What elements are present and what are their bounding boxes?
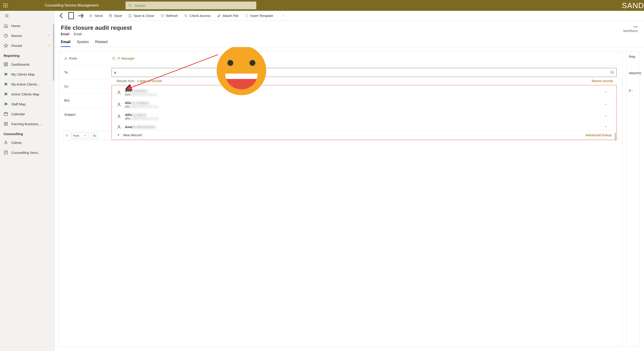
tab-email[interactable]: Email (61, 40, 70, 47)
check-access-button[interactable]: Check Access (181, 11, 214, 21)
svg-point-16 (5, 141, 7, 143)
to-lookup-input[interactable]: Results from: 2 types of records Recent … (112, 68, 617, 77)
svg-rect-7 (6, 63, 8, 64)
chevron-down-icon (48, 34, 51, 38)
app-launcher-icon[interactable] (0, 0, 11, 11)
nav-farming-business[interactable]: Farming Business ... (0, 119, 54, 129)
nav-calendar[interactable]: Calendar (0, 109, 54, 119)
form-selector[interactable]: Email (74, 32, 85, 36)
new-record-button[interactable]: New Record (117, 133, 142, 137)
nav-label: Home (11, 24, 20, 28)
format-painter-icon[interactable] (65, 134, 69, 138)
chevron-down-icon[interactable] (604, 125, 608, 129)
nav-label: Dashboards (11, 63, 30, 66)
nav-pinned[interactable]: Pinned (0, 41, 54, 51)
global-search-input[interactable] (134, 4, 254, 8)
sidebar-scrollbar[interactable] (53, 24, 54, 81)
svg-rect-25 (245, 15, 248, 17)
chevron-down-icon[interactable] (604, 102, 608, 107)
save-button[interactable]: Save (106, 11, 125, 21)
field-label-text: From (69, 56, 77, 60)
svg-rect-14 (4, 122, 7, 125)
insert-template-button[interactable]: Insert Template (242, 11, 276, 21)
nav-staff-map[interactable]: Staff Map (0, 99, 54, 109)
nav-label: Counselling Servi... (11, 151, 40, 155)
nav-home[interactable]: Home (0, 21, 54, 31)
back-button[interactable] (56, 11, 66, 21)
record-types-link[interactable]: 2 types of records (137, 79, 162, 83)
nav-my-active-clients-map[interactable]: My Active Clients ... (0, 79, 54, 89)
nav-active-clients-map[interactable]: Active Clients Map (0, 89, 54, 99)
command-overflow-button[interactable] (278, 11, 288, 21)
nav-label: My Active Clients ... (11, 82, 41, 86)
nav-group-counselling: Counselling (0, 129, 54, 138)
lookup-result[interactable]: Allison Davis allison@rfcsnsw.com.au (112, 111, 616, 123)
nav-clients[interactable]: Clients (0, 138, 54, 148)
svg-rect-27 (65, 58, 67, 59)
record-title: File closure audit request (61, 24, 132, 31)
font-family-dropdown[interactable]: Font (71, 132, 89, 139)
svg-line-30 (613, 73, 614, 74)
side-panel: Reg Attachm 0 - (626, 51, 640, 347)
status-label: Sent/Rece (623, 29, 638, 33)
from-value-chip[interactable]: IT Manager (112, 56, 134, 61)
field-label-text: To (64, 70, 68, 74)
nav-counselling-service[interactable]: Counselling Servi... (0, 148, 54, 157)
svg-rect-9 (4, 65, 6, 66)
nav-group-reporting: Reporting (0, 51, 54, 59)
nav-label: Recent (11, 34, 22, 38)
advanced-lookup-link[interactable]: Advanced lookup (586, 133, 612, 137)
command-bar: Send Save Save & Close Refresh Check Acc… (54, 11, 644, 21)
status-value: --- (623, 24, 638, 29)
regarding-section[interactable]: Reg (629, 55, 638, 59)
font-size-dropdown[interactable]: Si (91, 132, 98, 139)
refresh-button[interactable]: Refresh (157, 11, 181, 21)
attachments-count: 0 - (629, 88, 638, 92)
svg-rect-20 (69, 13, 74, 19)
attachments-section[interactable]: Attachm (629, 71, 638, 75)
field-label-text: Cc (64, 84, 68, 88)
svg-rect-10 (4, 113, 8, 116)
svg-point-33 (118, 115, 120, 116)
lookup-result[interactable]: Amelia Richardson (112, 123, 616, 130)
sidebar-collapse-button[interactable] (0, 11, 54, 21)
svg-point-0 (129, 4, 131, 6)
tab-system[interactable]: System (77, 40, 89, 47)
field-label-text: Bcc (64, 98, 70, 102)
chevron-down-icon (48, 44, 51, 48)
lookup-result[interactable]: Alison Gregory alison@rfcsnsw.com.au (112, 99, 616, 111)
svg-point-31 (118, 91, 120, 93)
nav-recent[interactable]: Recent (0, 31, 54, 41)
chevron-down-icon[interactable] (604, 114, 608, 119)
nav-dashboards[interactable]: Dashboards (0, 59, 54, 69)
open-record-set-button[interactable] (66, 11, 76, 21)
share-button[interactable] (76, 11, 86, 21)
svg-point-32 (118, 103, 120, 104)
svg-point-34 (118, 125, 120, 127)
save-close-button[interactable]: Save & Close (125, 11, 157, 21)
chevron-down-icon[interactable] (604, 91, 608, 95)
svg-point-28 (113, 57, 114, 59)
svg-point-23 (184, 15, 186, 16)
attach-file-button[interactable]: Attach File (214, 11, 242, 21)
nav-label: Farming Business ... (11, 122, 42, 126)
search-icon[interactable] (610, 70, 614, 75)
field-label-text: Subject (64, 113, 76, 116)
svg-point-29 (611, 71, 613, 73)
email-form: From IT Manager To (58, 51, 622, 347)
send-button[interactable]: Send (86, 11, 106, 21)
nav-my-clients-map[interactable]: My Clients Map (0, 69, 54, 79)
to-input[interactable] (114, 70, 610, 74)
global-app-bar: Counselling Service Management SAND (0, 0, 644, 11)
tab-related[interactable]: Related (95, 40, 108, 47)
lookup-flyout: Results from: 2 types of records Recent … (112, 77, 617, 140)
lookup-results: Airlie Hoskins Airlie@rfcsnsw.com.au (112, 85, 617, 140)
svg-line-1 (130, 6, 131, 7)
svg-rect-22 (110, 15, 111, 15)
nav-label: Pinned (11, 44, 22, 48)
lookup-result[interactable]: Airlie Hoskins Airlie@rfcsnsw.com.au (112, 87, 616, 99)
recent-records-link[interactable]: Recent records (592, 79, 613, 83)
results-scrollbar[interactable] (615, 133, 616, 141)
lock-icon (64, 57, 68, 60)
global-search-box[interactable] (126, 2, 256, 9)
